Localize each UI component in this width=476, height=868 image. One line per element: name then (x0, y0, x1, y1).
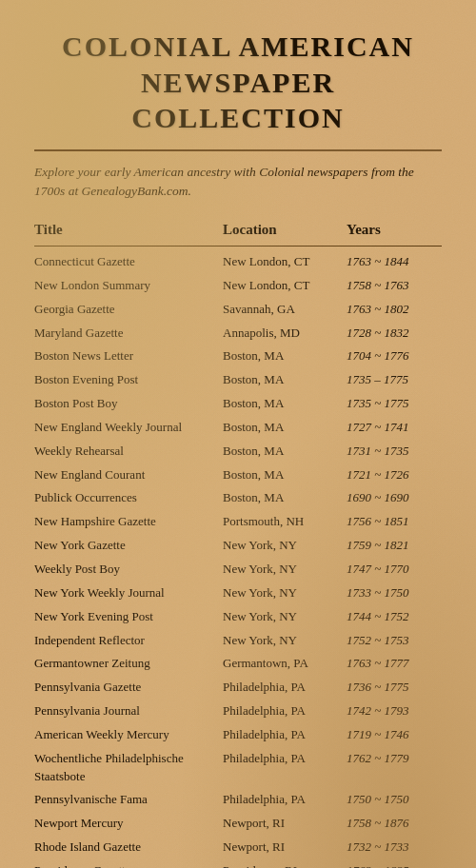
cell-newspaper-title: Germantowner Zeitung (34, 655, 223, 673)
cell-newspaper-title: Weekly Post Boy (34, 561, 223, 579)
table-row: New York GazetteNew York, NY1759 ~ 1821 (34, 534, 442, 558)
table-row: Connecticut GazetteNew London, CT1763 ~ … (34, 250, 442, 274)
cell-newspaper-title: Georgia Gazette (34, 301, 223, 319)
table-row: New York Evening PostNew York, NY1744 ~ … (34, 605, 442, 629)
cell-newspaper-title: Publick Occurrences (34, 489, 223, 507)
cell-location: New London, CT (223, 253, 347, 271)
cell-years: 1758 ~ 1876 (347, 815, 442, 833)
cell-newspaper-title: Independent Reflector (34, 632, 223, 650)
cell-newspaper-title: Pennsylvania Journal (34, 702, 223, 720)
page-container: COLONIAL AMERICAN NEWSPAPER COLLECTION E… (0, 0, 476, 868)
newspaper-table: Title Location Years Connecticut Gazette… (34, 216, 442, 868)
cell-location: Philadelphia, PA (223, 679, 347, 697)
cell-location: Portsmouth, NH (223, 513, 347, 531)
table-body: Connecticut GazetteNew London, CT1763 ~ … (34, 250, 442, 868)
subtitle: Explore your early American ancestry wit… (34, 163, 442, 202)
cell-location: New York, NY (223, 584, 347, 602)
cell-location: Philadelphia, PA (223, 702, 347, 720)
cell-newspaper-title: New England Courant (34, 466, 223, 484)
cell-newspaper-title: New England Weekly Journal (34, 419, 223, 437)
cell-location: Philadelphia, PA (223, 726, 347, 744)
cell-newspaper-title: Boston News Letter (34, 347, 223, 365)
table-row: New London SummaryNew London, CT1758 ~ 1… (34, 274, 442, 298)
table-row: Pennsylvania GazettePhiladelphia, PA1736… (34, 676, 442, 700)
table-row: New Hampshire GazettePortsmouth, NH1756 … (34, 510, 442, 534)
table-row: Boston News LetterBoston, MA1704 ~ 1776 (34, 345, 442, 368)
cell-location: Boston, MA (223, 466, 347, 484)
table-row: American Weekly MercuryPhiladelphia, PA1… (34, 723, 442, 747)
cell-newspaper-title: Pennsylvanische Fama (34, 791, 223, 809)
cell-location: Savannah, GA (223, 301, 347, 319)
cell-years: 1727 ~ 1741 (347, 419, 442, 437)
cell-location: Boston, MA (223, 395, 347, 413)
cell-years: 1733 ~ 1750 (347, 584, 442, 602)
cell-years: 1721 ~ 1726 (347, 466, 442, 484)
title-line1: COLONIAL AMERICAN (62, 30, 414, 62)
cell-newspaper-title: New York Gazette (34, 537, 223, 555)
title-line2: NEWSPAPER COLLECTION (131, 67, 344, 134)
cell-location: New York, NY (223, 608, 347, 626)
cell-years: 1756 ~ 1851 (347, 513, 442, 531)
cell-newspaper-title: Weekly Rehearsal (34, 443, 223, 461)
cell-newspaper-title: New Hampshire Gazette (34, 513, 223, 531)
table-header: Title Location Years (34, 216, 442, 247)
cell-newspaper-title: Providence Gazette (34, 862, 223, 868)
cell-years: 1742 ~ 1793 (347, 702, 442, 720)
table-row: Providence GazetteProvidence, RI1762 ~ 1… (34, 859, 442, 868)
table-row: Wochentliche Philadelphische StaatsboteP… (34, 747, 442, 789)
cell-newspaper-title: Maryland Gazette (34, 325, 223, 343)
cell-location: Newport, RI (223, 815, 347, 833)
cell-years: 1762 ~ 1779 (347, 750, 442, 768)
table-row: New England Weekly JournalBoston, MA1727… (34, 416, 442, 440)
cell-location: Boston, MA (223, 419, 347, 437)
cell-location: Boston, MA (223, 443, 347, 461)
cell-location: Germantown, PA (223, 655, 347, 673)
cell-years: 1728 ~ 1832 (347, 325, 442, 343)
cell-location: New York, NY (223, 537, 347, 555)
cell-location: Philadelphia, PA (223, 791, 347, 809)
cell-location: Newport, RI (223, 838, 347, 857)
cell-location: Boston, MA (223, 347, 347, 365)
cell-years: 1758 ~ 1763 (347, 277, 442, 295)
col-years: Years (347, 222, 442, 238)
table-row: New England CourantBoston, MA1721 ~ 1726 (34, 464, 442, 487)
table-row: Maryland GazetteAnnapolis, MD1728 ~ 1832 (34, 322, 442, 345)
cell-years: 1763 ~ 1777 (347, 655, 442, 673)
table-row: Weekly RehearsalBoston, MA1731 ~ 1735 (34, 440, 442, 464)
cell-years: 1744 ~ 1752 (347, 608, 442, 626)
cell-years: 1690 ~ 1690 (347, 489, 442, 507)
cell-location: Boston, MA (223, 371, 347, 389)
col-title: Title (34, 222, 223, 238)
cell-location: Providence, RI (223, 862, 347, 868)
table-row: Boston Post BoyBoston, MA1735 ~ 1775 (34, 392, 442, 416)
table-row: Germantowner ZeitungGermantown, PA1763 ~… (34, 652, 442, 676)
cell-years: 1759 ~ 1821 (347, 537, 442, 555)
cell-years: 1750 ~ 1750 (347, 791, 442, 809)
cell-years: 1752 ~ 1753 (347, 632, 442, 650)
cell-newspaper-title: Pennsylvania Gazette (34, 679, 223, 697)
table-row: Publick OccurrencesBoston, MA1690 ~ 1690 (34, 486, 442, 510)
cell-location: New York, NY (223, 561, 347, 579)
table-row: Rhode Island GazetteNewport, RI1732 ~ 17… (34, 836, 442, 859)
cell-years: 1732 ~ 1733 (347, 838, 442, 857)
cell-location: New York, NY (223, 632, 347, 650)
cell-years: 1719 ~ 1746 (347, 726, 442, 744)
cell-location: Boston, MA (223, 489, 347, 507)
cell-years: 1731 ~ 1735 (347, 443, 442, 461)
col-location: Location (223, 222, 347, 238)
title-divider (34, 149, 442, 151)
cell-years: 1704 ~ 1776 (347, 347, 442, 365)
cell-years: 1763 ~ 1802 (347, 301, 442, 319)
cell-newspaper-title: Connecticut Gazette (34, 253, 223, 271)
table-row: Pennsylvanische FamaPhiladelphia, PA1750… (34, 788, 442, 812)
table-row: Independent ReflectorNew York, NY1752 ~ … (34, 629, 442, 653)
cell-newspaper-title: Wochentliche Philadelphische Staatsbote (34, 750, 223, 786)
cell-newspaper-title: New York Weekly Journal (34, 584, 223, 602)
cell-newspaper-title: Newport Mercury (34, 815, 223, 833)
cell-location: Philadelphia, PA (223, 750, 347, 768)
table-row: Georgia GazetteSavannah, GA1763 ~ 1802 (34, 298, 442, 322)
table-row: Boston Evening PostBoston, MA1735 – 1775 (34, 368, 442, 392)
cell-years: 1735 ~ 1775 (347, 395, 442, 413)
cell-years: 1762 ~ 1825 (347, 862, 442, 868)
cell-newspaper-title: Boston Post Boy (34, 395, 223, 413)
